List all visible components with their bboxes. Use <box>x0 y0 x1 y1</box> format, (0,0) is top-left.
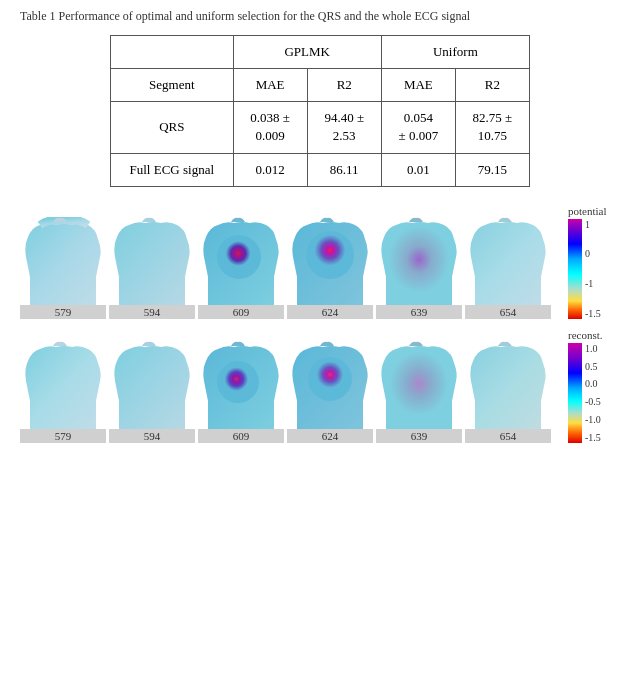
heatmap-item-2-2: 594 <box>109 341 195 443</box>
cell-full-ecg-uniform-mae: 0.01 <box>381 153 455 186</box>
tick-1-4: -1.5 <box>585 308 601 319</box>
heatmap-item-2-4: 624 <box>287 341 373 443</box>
header-gplmk: GPLMK <box>233 35 381 68</box>
heatmap-item-2-6: 654 <box>465 341 551 443</box>
tick-2-5: -1.0 <box>585 414 601 425</box>
tick-2-1: 1.0 <box>585 343 601 354</box>
heatmap-canvas-1-6 <box>465 217 551 305</box>
cell-qrs-uniform-r2: 82.75 ± 10.75 <box>455 102 529 153</box>
heatmap-label-1-3: 609 <box>198 305 284 319</box>
heatmap-svg-1-5 <box>376 217 462 305</box>
heatmap-label-1-5: 639 <box>376 305 462 319</box>
heatmap-item-2-5: 639 <box>376 341 462 443</box>
cell-qrs-gplmk-mae: 0.038 ± 0.009 <box>233 102 307 153</box>
cell-full-ecg-gplmk-r2: 86.11 <box>307 153 381 186</box>
table-row-qrs: QRS 0.038 ± 0.009 94.40 ± 2.53 0.054 ± 0… <box>111 102 530 153</box>
table-row-full-ecg: Full ECG signal 0.012 86.11 0.01 79.15 <box>111 153 530 186</box>
tick-2-3: 0.0 <box>585 378 601 389</box>
subheader-mae2: MAE <box>381 68 455 101</box>
colorbar-1-ticks: 1 0 -1 -1.5 <box>585 219 601 319</box>
subheader-r2-2: R2 <box>455 68 529 101</box>
cell-qrs-gplmk-r2: 94.40 ± 2.53 <box>307 102 381 153</box>
header-empty <box>111 35 234 68</box>
heatmap-canvas-1-2 <box>109 217 195 305</box>
heatmap-canvas-2-6 <box>465 341 551 429</box>
heatmap-label-1-1: 579 <box>20 305 106 319</box>
heatmap-svg-1-6 <box>465 217 551 305</box>
tick-1-1: 1 <box>585 219 601 230</box>
heatmap-label-2-4: 624 <box>287 429 373 443</box>
heatmap-item-1-3: 609 <box>198 217 284 319</box>
tick-2-2: 0.5 <box>585 361 601 372</box>
tick-1-3: -1 <box>585 278 601 289</box>
heatmap-canvas-1-1 <box>20 217 106 305</box>
heatmap-row-1: 579 <box>20 205 620 319</box>
heatmap-label-2-5: 639 <box>376 429 462 443</box>
tick-2-6: -1.5 <box>585 432 601 443</box>
heatmap-svg-1-3 <box>198 217 284 305</box>
colorbar-2-inner: 1.0 0.5 0.0 -0.5 -1.0 -1.5 <box>568 343 601 443</box>
heatmap-item-1-1: 579 <box>20 217 106 319</box>
heatmap-svg-2-6 <box>465 341 551 429</box>
heatmap-label-2-6: 654 <box>465 429 551 443</box>
cell-qrs-label: QRS <box>111 102 234 153</box>
colorbar-1-gradient <box>568 219 582 319</box>
table-caption: Table 1 Performance of optimal and unifo… <box>20 8 620 25</box>
colorbar-1: potential <box>568 205 620 319</box>
cell-full-ecg-label: Full ECG signal <box>111 153 234 186</box>
heatmap-item-2-1: 579 <box>20 341 106 443</box>
colorbar-2: reconst. <box>568 329 620 443</box>
tick-2-4: -0.5 <box>585 396 601 407</box>
svg-rect-5 <box>568 343 582 443</box>
heatmap-svg-2-2 <box>109 341 195 429</box>
svg-point-1 <box>306 231 354 279</box>
heatmap-item-1-4: 624 <box>287 217 373 319</box>
heatmap-canvas-2-3 <box>198 341 284 429</box>
svg-point-0 <box>217 235 261 279</box>
colorbar-1-title: potential <box>568 205 607 217</box>
heatmap-canvas-1-3 <box>198 217 284 305</box>
heatmap-label-1-4: 624 <box>287 305 373 319</box>
colorbar-2-gradient <box>568 343 582 443</box>
cell-qrs-uniform-mae: 0.054 ± 0.007 <box>381 102 455 153</box>
table-header-row: GPLMK Uniform <box>111 35 530 68</box>
heatmap-images-2: 579 <box>20 341 562 443</box>
heatmap-images-1: 579 <box>20 217 562 319</box>
colorbar-2-ticks: 1.0 0.5 0.0 -0.5 -1.0 -1.5 <box>585 343 601 443</box>
performance-table: GPLMK Uniform Segment MAE R2 MAE R2 QRS … <box>110 35 530 187</box>
heatmap-item-1-5: 639 <box>376 217 462 319</box>
subheader-r2-1: R2 <box>307 68 381 101</box>
svg-point-3 <box>217 361 259 403</box>
cell-full-ecg-gplmk-mae: 0.012 <box>233 153 307 186</box>
performance-table-wrapper: GPLMK Uniform Segment MAE R2 MAE R2 QRS … <box>20 35 620 187</box>
heatmap-canvas-2-1 <box>20 341 106 429</box>
heatmap-canvas-2-4 <box>287 341 373 429</box>
cell-full-ecg-uniform-r2: 79.15 <box>455 153 529 186</box>
colorbar-2-title: reconst. <box>568 329 603 341</box>
header-uniform: Uniform <box>381 35 529 68</box>
heatmap-svg-2-4 <box>287 341 373 429</box>
heatmap-svg-2-3 <box>198 341 284 429</box>
heatmap-svg-2-5 <box>376 341 462 429</box>
colorbar-1-inner: 1 0 -1 -1.5 <box>568 219 601 319</box>
svg-point-4 <box>308 357 352 401</box>
heatmap-item-1-2: 594 <box>109 217 195 319</box>
heatmap-row-2: 579 <box>20 329 620 443</box>
heatmap-label-1-2: 594 <box>109 305 195 319</box>
heatmap-label-2-3: 609 <box>198 429 284 443</box>
subheader-segment: Segment <box>111 68 234 101</box>
heatmap-canvas-1-5 <box>376 217 462 305</box>
heatmap-item-1-6: 654 <box>465 217 551 319</box>
svg-rect-2 <box>568 219 582 319</box>
heatmap-svg-1-2 <box>109 217 195 305</box>
page: Table 1 Performance of optimal and unifo… <box>0 0 640 463</box>
heatmap-svg-1-4 <box>287 217 373 305</box>
heatmap-item-2-3: 609 <box>198 341 284 443</box>
heatmap-canvas-2-2 <box>109 341 195 429</box>
heatmap-canvas-1-4 <box>287 217 373 305</box>
heatmap-svg-1-1 <box>20 217 106 305</box>
subheader-mae1: MAE <box>233 68 307 101</box>
heatmap-svg-2-1 <box>20 341 106 429</box>
heatmap-label-2-1: 579 <box>20 429 106 443</box>
tick-1-2: 0 <box>585 248 601 259</box>
